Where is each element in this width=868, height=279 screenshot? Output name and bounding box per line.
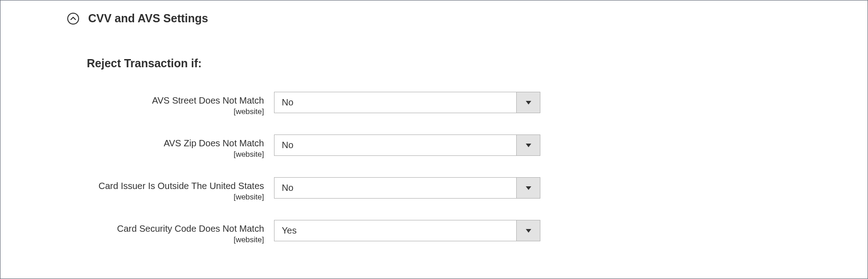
collapse-toggle-icon[interactable] [67,13,79,25]
label-container: Card Issuer Is Outside The United States… [0,177,274,202]
select-value: No [274,92,516,113]
field-scope: [website] [0,235,264,244]
chevron-down-icon [516,135,540,155]
chevron-down-icon [516,220,540,241]
subsection-title: Reject Transaction if: [0,57,868,70]
select-value: Yes [274,220,516,241]
field-row-avs-street: AVS Street Does Not Match [website] No [0,92,868,116]
field-row-cvv-no-match: Card Security Code Does Not Match [websi… [0,220,868,244]
chevron-down-icon [516,92,540,113]
field-row-avs-zip: AVS Zip Does Not Match [website] No [0,135,868,159]
cvv-no-match-select[interactable]: Yes [274,220,540,241]
section-header: CVV and AVS Settings [0,12,868,25]
field-scope: [website] [0,150,264,159]
avs-zip-select[interactable]: No [274,135,540,156]
avs-street-select[interactable]: No [274,92,540,113]
field-label: AVS Zip Does Not Match [0,137,264,149]
select-value: No [274,135,516,155]
label-container: Card Security Code Does Not Match [websi… [0,220,274,244]
field-scope: [website] [0,193,264,202]
section-title: CVV and AVS Settings [88,12,208,25]
field-label: AVS Street Does Not Match [0,95,264,106]
cvv-avs-settings-section: CVV and AVS Settings Reject Transaction … [0,0,868,244]
field-label: Card Security Code Does Not Match [0,223,264,234]
select-value: No [274,178,516,198]
field-row-card-issuer-outside-us: Card Issuer Is Outside The United States… [0,177,868,202]
card-issuer-outside-us-select[interactable]: No [274,177,540,199]
label-container: AVS Street Does Not Match [website] [0,92,274,116]
field-scope: [website] [0,107,264,116]
chevron-down-icon [516,178,540,198]
label-container: AVS Zip Does Not Match [website] [0,135,274,159]
field-label: Card Issuer Is Outside The United States [0,180,264,192]
